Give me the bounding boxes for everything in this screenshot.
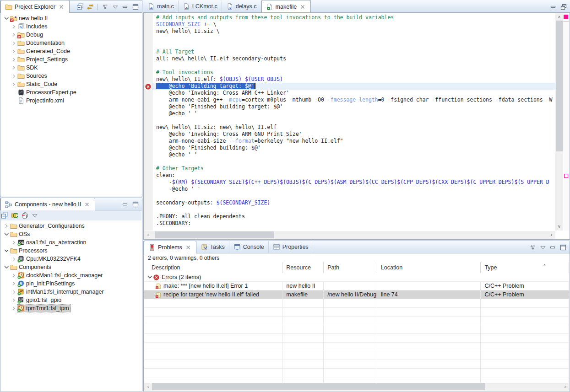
chevron-right-icon[interactable]	[10, 48, 17, 55]
scroll-left-icon[interactable]: ‹	[144, 231, 152, 239]
tree-item-content[interactable]: intMan1:fsl_interrupt_manager	[17, 288, 105, 295]
problem-row[interactable]: make: *** [new hello II.elf] Error 1new …	[144, 282, 569, 290]
editor-tab-makefile[interactable]: makefile	[261, 0, 311, 13]
code-line[interactable]: arm-none-eabi-g++ -mcpu=cortex-m0plus -m…	[156, 97, 555, 103]
project-item-sdk[interactable]: SDK	[1, 64, 141, 72]
chevron-down-icon[interactable]	[3, 247, 10, 254]
code-line[interactable]: new\ hello\ II.siz: new\ hello\ II.elf	[156, 124, 555, 131]
chevron-right-icon[interactable]	[10, 72, 17, 80]
scrollbar-thumb[interactable]	[155, 231, 274, 238]
scrollbar-thumb[interactable]	[556, 21, 563, 151]
scrollbar-thumb[interactable]	[152, 383, 485, 390]
problem-row[interactable]: recipe for target 'new hello II.elf' fai…	[144, 290, 569, 299]
editor-content[interactable]: # Add inputs and outputs from these tool…	[143, 12, 570, 240]
annotation-marker-occurrence[interactable]	[564, 174, 568, 178]
code-line[interactable]: # Add inputs and outputs from these tool…	[156, 14, 555, 21]
code-line[interactable]: # All Target	[156, 48, 555, 55]
project-item-project-settings[interactable]: Project_Settings	[1, 55, 141, 64]
overview-ruler[interactable]	[563, 13, 569, 231]
minimize-icon[interactable]	[122, 201, 129, 208]
chevron-right-icon[interactable]	[3, 222, 10, 230]
code-line[interactable]	[156, 206, 555, 213]
empty-row[interactable]	[144, 377, 569, 383]
close-icon[interactable]	[58, 3, 65, 11]
project-item-new-hello-ii[interactable]: cnew hello II	[1, 14, 141, 22]
tree-item-content[interactable]: cnew hello II	[10, 15, 49, 22]
component-item-tpmtmr1-fsl-tpm[interactable]: tpmTmr1:fsl_tpm	[1, 304, 141, 312]
view-tab-tasks[interactable]: Tasks	[196, 241, 229, 253]
project-item-includes[interactable]: hIncludes	[1, 22, 141, 31]
chevron-right-icon[interactable]	[10, 81, 17, 88]
sort-indicator-icon[interactable]: ˄	[543, 263, 546, 268]
tree-item-content[interactable]: Project_Settings	[17, 56, 69, 63]
code-line[interactable]: -@echo ' '	[156, 186, 555, 193]
empty-row[interactable]	[144, 360, 569, 369]
code-line[interactable]: .PHONY: all clean dependents	[156, 213, 555, 220]
empty-row[interactable]	[144, 343, 569, 351]
tree-item-content[interactable]: Debug	[17, 31, 44, 38]
editor-horizontal-scrollbar[interactable]: ‹ ›	[144, 231, 555, 239]
scroll-right-icon[interactable]: ›	[561, 383, 569, 391]
chevron-right-icon[interactable]	[10, 272, 17, 279]
project-item-processorexpert-pe[interactable]: ProcessorExpert.pe	[1, 88, 141, 97]
code-line[interactable]: all: new\ hello\ II.elf secondary-output…	[156, 55, 555, 62]
code-line[interactable]: @echo ' '	[156, 110, 555, 117]
component-item-components[interactable]: Components	[1, 263, 141, 271]
code-line[interactable]: new\ hello\ II.siz \	[156, 28, 555, 35]
minimize-icon[interactable]	[549, 244, 557, 251]
component-item-gpio1-fsl-gpio[interactable]: gpio1:fsl_gpio	[1, 296, 141, 304]
chevron-right-icon[interactable]	[10, 288, 17, 295]
problems-group-errors[interactable]: Errors (2 items)	[144, 273, 569, 282]
minimize-icon[interactable]	[550, 3, 557, 11]
editor-tab-lckmot-c[interactable]: .cLCKmot.c	[179, 0, 222, 12]
empty-row[interactable]	[144, 299, 569, 308]
empty-row[interactable]	[144, 369, 569, 377]
code-line[interactable]	[156, 117, 555, 124]
component-item-generator-configurations[interactable]: Generator_Configurations	[1, 222, 141, 230]
tree-item-content[interactable]: SDK	[17, 64, 39, 71]
chevron-right-icon[interactable]	[10, 239, 17, 246]
problems-horizontal-scrollbar[interactable]: ‹ ›	[144, 383, 569, 391]
editor-vertical-scrollbar[interactable]: ˄ ˅	[555, 13, 563, 231]
code-line[interactable]: secondary-outputs: $(SECONDARY_SIZE)	[156, 199, 555, 206]
chevron-right-icon[interactable]	[10, 31, 17, 38]
code-line[interactable]	[156, 193, 555, 199]
tree-item-content[interactable]: Sources	[17, 72, 49, 80]
empty-row[interactable]	[144, 351, 569, 360]
tree-item-content[interactable]: pin_init:PinSettings	[17, 280, 76, 287]
chevron-right-icon[interactable]	[10, 23, 17, 30]
code-area[interactable]: # Add inputs and outputs from these tool…	[152, 13, 555, 231]
chevron-right-icon[interactable]	[10, 305, 17, 312]
code-line[interactable]: -$(RM) $(SECONDARY_SIZE)$(C++_DEPS)$(OBJ…	[156, 179, 555, 186]
chevron-down-icon[interactable]	[3, 263, 10, 271]
tree-item-content[interactable]: ProcessorExpert.pe	[17, 89, 78, 96]
collapse-all-icon[interactable]	[1, 212, 8, 219]
close-icon[interactable]	[299, 3, 306, 11]
project-item-generated-code[interactable]: Generated_Code	[1, 47, 141, 55]
component-item-processors[interactable]: Processors	[1, 247, 141, 255]
tree-item-content[interactable]: Cpu:MKL03Z32VFK4	[17, 255, 82, 263]
error-marker-icon[interactable]	[145, 83, 151, 89]
chevron-right-icon[interactable]	[10, 56, 17, 63]
project-explorer-tab[interactable]: Project Explorer	[0, 0, 70, 13]
dropdown-icon[interactable]	[112, 3, 119, 11]
dropdown-icon[interactable]	[539, 244, 547, 251]
tree-item-content[interactable]: Generated_Code	[17, 48, 71, 55]
tree-item-content[interactable]: Processors	[10, 247, 49, 254]
collapse-all-icon[interactable]	[76, 3, 84, 11]
empty-row[interactable]	[144, 325, 569, 334]
code-line[interactable]: # Other Targets	[156, 165, 555, 172]
code-line[interactable]: SECONDARY_SIZE += \	[156, 21, 555, 28]
code-line[interactable]: # Tool invocations	[156, 69, 555, 76]
code-line[interactable]: arm-none-eabi-size --format=berkeley "ne…	[156, 138, 555, 145]
project-item-projectinfo-xml[interactable]: ProjectInfo.xml	[1, 97, 141, 105]
copy-doc-icon[interactable]	[21, 212, 28, 219]
code-line[interactable]	[156, 35, 555, 42]
chevron-right-icon[interactable]	[10, 280, 17, 287]
tree-item-content[interactable]: Static_Code	[17, 81, 59, 88]
tree-item-content[interactable]: Documentation	[17, 39, 66, 47]
component-item-clockman1-fsl-clock-manager[interactable]: clockMan1:fsl_clock_manager	[1, 271, 141, 279]
editor-tab-main-c[interactable]: .cmain.c	[143, 0, 179, 12]
close-icon[interactable]	[83, 201, 91, 208]
column-header-location[interactable]: Location	[377, 262, 481, 273]
